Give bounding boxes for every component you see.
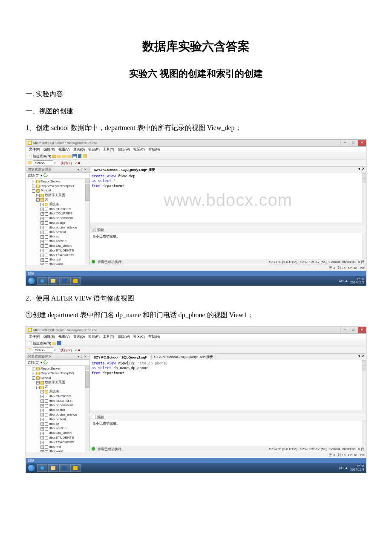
messages-pane[interactable]: 命令已成功完成。 xyxy=(90,420,366,446)
window-titlebar[interactable]: Microsoft SQL Server Management Studio ─… xyxy=(26,327,366,334)
tree-node[interactable]: +dbo.CHOICES xyxy=(28,394,89,399)
menu-query[interactable]: 查询(Q) xyxy=(72,147,86,152)
new-query-button[interactable]: 新建查询(N) xyxy=(33,154,51,159)
close-button[interactable]: ✕ xyxy=(357,140,366,146)
task-explorer[interactable] xyxy=(48,464,58,472)
tree-node[interactable]: +dbo.TEACHERS xyxy=(28,253,89,258)
task-word[interactable] xyxy=(59,277,69,285)
editor-hscroll[interactable] xyxy=(90,410,362,414)
messages-scroll[interactable] xyxy=(362,420,366,446)
new-query-button[interactable]: 新建查询(N) xyxy=(33,341,51,346)
task-ssms[interactable] xyxy=(70,277,81,285)
tray-clock[interactable]: 17:03 2014/12/8 xyxy=(349,465,365,471)
minimize-button[interactable]: ─ xyxy=(340,140,349,146)
tree-node[interactable]: +dbo.section xyxy=(28,426,89,431)
tree-node[interactable]: +dbo.patient xyxy=(28,417,89,422)
messages-scroll[interactable] xyxy=(362,233,366,259)
start-button[interactable] xyxy=(28,464,35,472)
sql-editor[interactable]: create view View_dep as select * from de… xyxy=(90,173,366,227)
toolbar-check-icon[interactable]: ✓ xyxy=(75,348,78,352)
menu-window[interactable]: 窗口(W) xyxy=(116,334,131,339)
tree-node[interactable]: +dbo.sc xyxy=(28,234,89,239)
tree-node[interactable]: +dbo.TEACHERS xyxy=(28,440,89,445)
save-icon[interactable] xyxy=(57,341,61,345)
tree-node[interactable]: +dbo.sc xyxy=(28,422,89,427)
tree-node[interactable]: +dbo.ward xyxy=(28,262,89,265)
tree-node[interactable]: +dbo.department xyxy=(28,403,89,408)
tool-icon[interactable] xyxy=(83,154,87,158)
toolbar-stop-icon[interactable]: ■ xyxy=(78,161,81,165)
tree-node[interactable]: +dbo.patient xyxy=(28,230,89,235)
tree-node[interactable]: +dbo.doctor_advice xyxy=(28,225,89,230)
tray-lang[interactable]: CH xyxy=(339,279,343,283)
folder-icon[interactable] xyxy=(57,154,61,158)
sql-editor[interactable]: create view view1(dp_name,dp_phone) as s… xyxy=(90,360,366,414)
tree-node[interactable]: +dbo.department xyxy=(28,216,89,221)
messages-pane[interactable]: 命令已成功完成。 xyxy=(90,233,366,259)
tray-clock[interactable]: 17:03 2014/12/8 xyxy=(349,278,365,284)
menu-tools[interactable]: 工具(T) xyxy=(102,147,115,152)
maximize-button[interactable]: □ xyxy=(349,140,357,146)
sidebar-pin-icon[interactable]: ▾ ⇩ ✕ xyxy=(77,168,88,171)
tree-node[interactable]: +ReportServer xyxy=(28,179,89,184)
tree-node[interactable]: +dbo.doctor_advice xyxy=(28,413,89,417)
tree-node[interactable]: +dbo.COURSES xyxy=(28,211,89,216)
menu-edit[interactable]: 编辑(E) xyxy=(42,147,56,152)
toolbar-check-icon[interactable]: ✓ xyxy=(75,161,78,165)
tray-net-icon[interactable]: ▲ xyxy=(345,466,348,470)
tree-node[interactable]: +ReportServerTempDB xyxy=(28,371,89,376)
execute-button[interactable]: ! 执行(X) xyxy=(57,348,73,353)
menu-view[interactable]: 视图(V) xyxy=(57,147,71,152)
tree-node[interactable]: +dbo.COURSES xyxy=(28,399,89,404)
tree-node[interactable]: +dbo.Stu_Union xyxy=(28,244,89,249)
tree-node[interactable]: +系统表 xyxy=(28,390,89,394)
menu-window[interactable]: 窗口(W) xyxy=(116,147,131,152)
new-query-icon[interactable] xyxy=(28,341,32,345)
menu-view[interactable]: 视图(V) xyxy=(57,334,71,339)
database-selector[interactable]: School xyxy=(33,160,53,165)
tree-node[interactable]: +系统表 xyxy=(28,202,89,207)
saveall-icon[interactable] xyxy=(78,154,82,158)
task-ssms[interactable] xyxy=(70,464,81,472)
editor-vscroll[interactable] xyxy=(362,173,366,227)
tree-node[interactable]: -表 xyxy=(28,385,89,390)
system-tray[interactable]: CH ▲ 17:03 2014/12/8 xyxy=(339,463,365,473)
system-tray[interactable]: CH ▲ 17:03 2014/12/8 xyxy=(339,276,365,286)
tree-node[interactable]: +dbo.Stu_Union xyxy=(28,431,89,436)
folder3-icon[interactable] xyxy=(67,154,72,158)
save-icon[interactable] xyxy=(72,154,77,158)
tree-node[interactable]: +ReportServer xyxy=(28,367,89,371)
editor-hscroll[interactable] xyxy=(90,223,362,227)
connect-button[interactable]: 连接(O) ▾ xyxy=(28,173,42,178)
start-button[interactable] xyxy=(28,277,35,285)
tree-node[interactable]: +dbo.ward xyxy=(28,449,89,452)
object-tree[interactable]: +ReportServer+ReportServerTempDB-School+… xyxy=(26,366,89,452)
messages-tab[interactable]: 消息 xyxy=(97,228,104,232)
open-icon[interactable] xyxy=(52,154,56,158)
refresh-icon[interactable] xyxy=(43,360,48,364)
task-ie[interactable] xyxy=(37,464,47,472)
editor-vscroll[interactable] xyxy=(362,360,366,414)
menu-file[interactable]: 文件(F) xyxy=(28,334,41,339)
tab-close-icon[interactable]: ▾ ✕ xyxy=(358,354,365,358)
tree-node[interactable]: +dbo.CHOICES xyxy=(28,207,89,212)
tree-node[interactable]: +dbo.test xyxy=(28,257,89,262)
tab-query2[interactable]: SZY-PC.School - SQLQuery2.sql* xyxy=(91,355,150,360)
menu-community[interactable]: 社区(C) xyxy=(132,334,146,339)
sidebar-pin-icon[interactable]: ▾ ⇩ ✕ xyxy=(77,355,88,358)
execute-button[interactable]: ! 执行(X) xyxy=(57,161,73,165)
database-selector[interactable]: School xyxy=(33,347,53,353)
menu-file[interactable]: 文件(F) xyxy=(28,147,41,152)
messages-tab[interactable]: 消息 xyxy=(97,415,104,419)
tree-node[interactable]: +dbo.section xyxy=(28,239,89,244)
tree-node[interactable]: -School xyxy=(28,188,89,193)
task-word[interactable] xyxy=(59,464,69,472)
menu-query[interactable]: 查询(Q) xyxy=(72,334,86,339)
tray-lang[interactable]: CH xyxy=(339,466,343,470)
task-ie[interactable] xyxy=(37,277,47,285)
tree-node[interactable]: +dbo.STUDENTS xyxy=(28,249,89,253)
refresh-icon[interactable] xyxy=(43,173,48,177)
new-query-icon[interactable] xyxy=(28,154,32,158)
tab-close-icon[interactable]: ▾ ✕ xyxy=(358,167,365,171)
close-button[interactable]: ✕ xyxy=(357,327,366,333)
